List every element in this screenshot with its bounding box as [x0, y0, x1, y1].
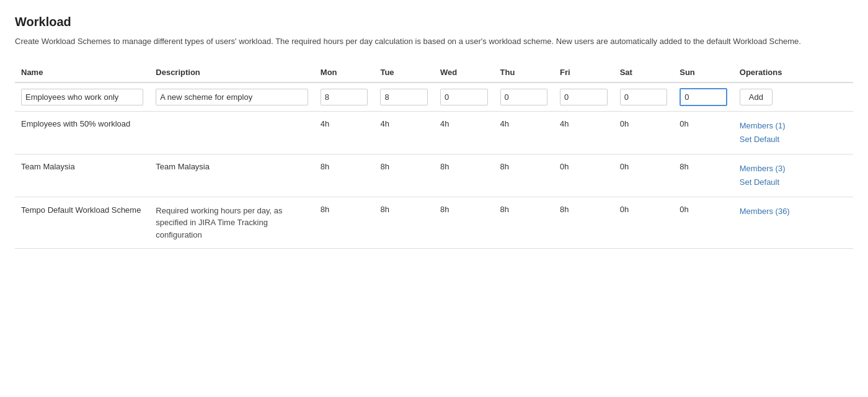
members-link[interactable]: Members (36) — [740, 205, 847, 218]
col-header-name: Name — [15, 63, 149, 83]
new-sun-input[interactable] — [680, 88, 727, 106]
new-thu-input[interactable] — [500, 89, 548, 105]
new-sat-cell — [614, 83, 674, 112]
new-entry-row: Add — [15, 83, 853, 112]
workload-table: Name Description Mon Tue Wed Thu Fri Sat… — [15, 63, 853, 249]
row-name: Employees with 50% workload — [15, 111, 149, 154]
new-desc-input[interactable] — [156, 89, 308, 105]
members-link[interactable]: Members (3) — [740, 162, 847, 176]
row-operations: Members (36) — [733, 197, 853, 249]
row-description: Required working hours per day, as speci… — [149, 197, 314, 249]
row-operations: Members (1) Set Default — [733, 111, 853, 154]
row-sat: 0h — [614, 111, 674, 154]
col-header-fri: Fri — [554, 63, 614, 83]
row-sun: 0h — [673, 111, 733, 154]
row-tue: 8h — [374, 154, 434, 197]
new-wed-cell — [434, 83, 494, 112]
set-default-link[interactable]: Set Default — [740, 133, 847, 146]
row-tue: 4h — [374, 111, 434, 154]
row-wed: 8h — [434, 197, 494, 249]
add-button[interactable]: Add — [740, 89, 773, 105]
new-sun-cell — [673, 83, 733, 112]
row-thu: 8h — [494, 197, 554, 249]
new-tue-input[interactable] — [380, 89, 428, 105]
row-sun: 0h — [673, 197, 733, 249]
row-sat: 0h — [614, 154, 674, 197]
col-header-thu: Thu — [494, 63, 554, 83]
row-name: Tempo Default Workload Scheme — [15, 197, 149, 249]
table-row: Employees with 50% workload 4h 4h 4h 4h … — [15, 111, 853, 154]
col-header-tue: Tue — [374, 63, 434, 83]
new-mon-input[interactable] — [321, 89, 368, 105]
new-sat-input[interactable] — [620, 89, 668, 105]
row-description: Team Malaysia — [149, 154, 314, 197]
row-mon: 8h — [314, 154, 374, 197]
set-default-link[interactable]: Set Default — [740, 176, 847, 189]
col-header-sun: Sun — [673, 63, 733, 83]
table-row: Tempo Default Workload Scheme Required w… — [15, 197, 853, 249]
table-row: Team Malaysia Team Malaysia 8h 8h 8h 8h … — [15, 154, 853, 197]
new-ops-cell: Add — [733, 83, 853, 112]
new-name-cell — [15, 83, 149, 112]
row-thu: 4h — [494, 111, 554, 154]
new-fri-cell — [554, 83, 614, 112]
new-thu-cell — [494, 83, 554, 112]
col-header-sat: Sat — [614, 63, 674, 83]
new-wed-input[interactable] — [440, 89, 488, 105]
page-title: Workload — [15, 15, 853, 29]
new-fri-input[interactable] — [560, 89, 608, 105]
row-sat: 0h — [614, 197, 674, 249]
new-tue-cell — [374, 83, 434, 112]
col-header-operations: Operations — [733, 63, 853, 83]
row-sun: 8h — [673, 154, 733, 197]
row-description — [149, 111, 314, 154]
row-thu: 8h — [494, 154, 554, 197]
row-fri: 0h — [554, 154, 614, 197]
col-header-wed: Wed — [434, 63, 494, 83]
page-description: Create Workload Schemes to manage differ… — [15, 35, 852, 48]
row-tue: 8h — [374, 197, 434, 249]
row-wed: 4h — [434, 111, 494, 154]
new-mon-cell — [314, 83, 374, 112]
row-fri: 4h — [554, 111, 614, 154]
col-header-mon: Mon — [314, 63, 374, 83]
row-fri: 8h — [554, 197, 614, 249]
row-wed: 8h — [434, 154, 494, 197]
col-header-description: Description — [149, 63, 314, 83]
members-link[interactable]: Members (1) — [740, 119, 847, 133]
row-mon: 8h — [314, 197, 374, 249]
table-header-row: Name Description Mon Tue Wed Thu Fri Sat… — [15, 63, 853, 83]
new-desc-cell — [149, 83, 314, 112]
new-name-input[interactable] — [21, 89, 143, 105]
row-operations: Members (3) Set Default — [733, 154, 853, 197]
row-name: Team Malaysia — [15, 154, 149, 197]
row-mon: 4h — [314, 111, 374, 154]
